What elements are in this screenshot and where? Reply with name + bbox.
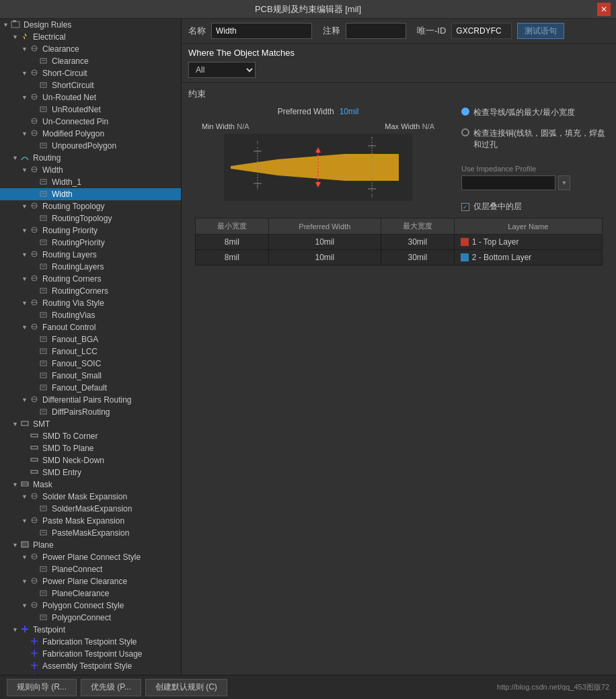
tree-label-clearance: Clearance — [52, 56, 89, 66]
tree-item-fanout-bga[interactable]: Fanout_BGA — [0, 333, 181, 345]
tree-icon-routing-prio — [39, 238, 50, 247]
tree-item-unrouted-net[interactable]: UnRoutedNet — [0, 104, 181, 116]
tree-item-routing-corners-group[interactable]: ▼Routing Corners — [0, 273, 181, 285]
tree-item-smt-plane[interactable]: SMD To Plane — [0, 442, 181, 454]
tree-item-smt-corner[interactable]: SMD To Corner — [0, 430, 181, 442]
comment-input[interactable] — [346, 23, 406, 39]
tree-item-routing-vias[interactable]: RoutingVias — [0, 309, 181, 321]
tree-item-routing-layers[interactable]: RoutingLayers — [0, 261, 181, 273]
tree-item-diff-pairs[interactable]: DiffPairsRouting — [0, 406, 181, 418]
tree-icon-power-clearance-group — [30, 577, 40, 586]
tree-item-short-circuit-group[interactable]: ▼Short-Circuit — [0, 67, 181, 79]
tree-item-electrical[interactable]: ▼Electrical — [0, 31, 181, 43]
tree-item-width1[interactable]: Width_1 — [0, 176, 181, 188]
tree-item-routing-topo[interactable]: RoutingTopology — [0, 212, 181, 224]
tree-arrow-solder-mask-group: ▼ — [22, 493, 30, 500]
tree-label-routing-topo-group: Routing Topology — [42, 202, 105, 211]
tree-item-mask[interactable]: ▼Mask — [0, 479, 181, 491]
tree-label-width1: Width_1 — [52, 177, 81, 187]
tree-item-fab-tp-usage[interactable]: Fabrication Testpoint Usage — [0, 648, 181, 660]
checkbox-row[interactable]: 仅层叠中的层 — [461, 201, 609, 212]
tree-label-asm-tp-style: Assembly Testpoint Style — [42, 661, 132, 671]
radio-option-1[interactable]: 检查导线/弧的最大/最小宽度 — [461, 107, 609, 118]
tree-item-plane-clearance[interactable]: PlaneClearance — [0, 587, 181, 600]
radio-label-1: 检查导线/弧的最大/最小宽度 — [473, 107, 575, 118]
tree-item-modified-poly[interactable]: ▼Modified Polygon — [0, 128, 181, 140]
tree-icon-solder-mask — [39, 504, 50, 513]
impedance-dropdown-icon[interactable]: ▼ — [558, 175, 570, 190]
cell-min-0: 8mil — [196, 235, 269, 250]
tree-item-unpouredpoly[interactable]: UnpouredPolygon — [0, 140, 181, 152]
tree-item-diff-pairs-group[interactable]: ▼Differential Pairs Routing — [0, 394, 181, 406]
tree-item-clearance[interactable]: Clearance — [0, 55, 181, 67]
tree-item-smt[interactable]: ▼SMT — [0, 418, 181, 430]
bottom-right: http://blog.csdn.net/qq_453图版72 — [497, 682, 609, 692]
where-select[interactable]: All Net Net Class Layer — [188, 62, 256, 78]
tree-label-poly-connect-group: Polygon Connect Style — [42, 601, 124, 610]
tree-item-testpoint[interactable]: ▼Testpoint — [0, 624, 181, 636]
tree-item-clearance-group[interactable]: ▼Clearance — [0, 43, 181, 55]
tree-item-width[interactable]: Width — [0, 188, 181, 200]
tree-item-plane-connect[interactable]: PlaneConnect — [0, 563, 181, 575]
table-row-0[interactable]: 8mil10mil30mil1 - Top Layer — [196, 235, 603, 250]
tree-icon-modified-poly — [30, 129, 40, 138]
impedance-input[interactable] — [461, 175, 555, 190]
tree-icon-routing-corners — [39, 286, 50, 296]
tree-icon-fab-tp-style — [30, 637, 40, 647]
tree-item-routing-prio-group[interactable]: ▼Routing Priority — [0, 224, 181, 237]
tree-item-smt-neck[interactable]: SMD Neck-Down — [0, 454, 181, 466]
default-rules-button[interactable]: 创建默认规则 (C) — [145, 679, 227, 696]
tree-item-paste-mask[interactable]: PasteMaskExpansion — [0, 527, 181, 539]
tree-item-fanout-soic[interactable]: Fanout_SOIC — [0, 358, 181, 370]
tree-item-poly-connect[interactable]: PolygonConnect — [0, 612, 181, 624]
tree-item-poly-connect-group[interactable]: ▼Polygon Connect Style — [0, 600, 181, 612]
tree-item-design-rules[interactable]: ▼Design Rules — [0, 19, 181, 31]
wizard-button[interactable]: 规则向导 (R... — [7, 679, 77, 696]
tree-item-routing-corners[interactable]: RoutingCorners — [0, 285, 181, 297]
tree-item-routing-prio[interactable]: RoutingPriority — [0, 237, 181, 249]
tree-item-unconnected[interactable]: Un-Connected Pin — [0, 116, 181, 128]
test-button[interactable]: 测试语句 — [517, 23, 564, 39]
tree-item-solder-mask-group[interactable]: ▼Solder Mask Expansion — [0, 491, 181, 503]
tree-label-routing-vias: RoutingVias — [52, 311, 95, 320]
tree-item-fanout-lcc[interactable]: Fanout_LCC — [0, 345, 181, 358]
tree-item-fab-tp-style[interactable]: Fabrication Testpoint Style — [0, 636, 181, 648]
impedance-input-row: ▼ — [461, 175, 609, 190]
tree-icon-smt-entry — [30, 468, 40, 477]
close-button[interactable]: ✕ — [597, 3, 611, 16]
radio-option-2[interactable]: 检查连接铜(线轨，圆弧，填充，焊盘和过孔 — [461, 128, 609, 151]
id-input[interactable] — [451, 23, 512, 39]
tree-icon-routing-topo — [39, 214, 50, 223]
tree-item-fanout-group[interactable]: ▼Fanout Control — [0, 321, 181, 333]
tree-item-short-circuit[interactable]: ShortCircuit — [0, 79, 181, 91]
tree-item-routing-topo-group[interactable]: ▼Routing Topology — [0, 200, 181, 212]
tree-item-fanout-small[interactable]: Fanout_Small — [0, 370, 181, 382]
table-row-1[interactable]: 8mil10mil30mil2 - Bottom Layer — [196, 250, 603, 265]
checkbox-layers[interactable] — [461, 203, 469, 211]
tree-item-asm-tp-usage[interactable]: Assembly Testpoint Usage — [0, 672, 181, 675]
tree-icon-paste-mask — [39, 528, 50, 538]
tree-item-routing[interactable]: ▼Routing — [0, 152, 181, 164]
name-input[interactable] — [211, 23, 312, 39]
tree-item-fanout-default[interactable]: Fanout_Default — [0, 382, 181, 394]
tree-item-routing-via-group[interactable]: ▼Routing Via Style — [0, 297, 181, 309]
tree-item-power-connect-group[interactable]: ▼Power Plane Connect Style — [0, 551, 181, 563]
tree-item-plane[interactable]: ▼Plane — [0, 539, 181, 551]
priority-button[interactable]: 优先级 (P... — [81, 679, 141, 696]
tree-item-paste-mask-group[interactable]: ▼Paste Mask Expansion — [0, 515, 181, 527]
tree-item-width-group[interactable]: ▼Width — [0, 164, 181, 176]
tree-item-routing-layers-group[interactable]: ▼Routing Layers — [0, 249, 181, 261]
tree-label-width-group: Width — [42, 165, 63, 175]
min-width-group: Min Width N/A — [202, 122, 249, 131]
tree-item-unrouted-group[interactable]: ▼Un-Routed Net — [0, 91, 181, 104]
tree-icon-design-rules — [11, 20, 22, 30]
tree-item-smt-entry[interactable]: SMD Entry — [0, 466, 181, 479]
tree-item-power-clearance-group[interactable]: ▼Power Plane Clearance — [0, 575, 181, 587]
tree-arrow-routing-topo-group: ▼ — [22, 203, 30, 210]
cell-pref-1: 10mil — [268, 250, 381, 265]
where-section: Where The Object Matches All Net Net Cla… — [182, 44, 616, 83]
right-panel: 名称 注释 唯一-ID 测试语句 Where The Object Matche… — [182, 19, 616, 675]
tree-item-asm-tp-style[interactable]: Assembly Testpoint Style — [0, 660, 181, 672]
tree-icon-width-group — [30, 165, 40, 175]
tree-item-solder-mask[interactable]: SolderMaskExpansion — [0, 503, 181, 515]
